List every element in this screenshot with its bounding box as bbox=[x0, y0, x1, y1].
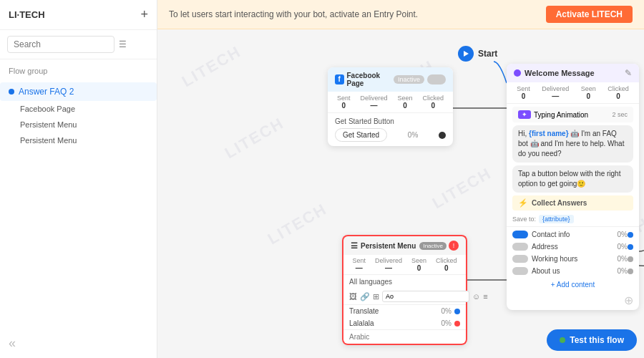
sidebar-item-facebook-page[interactable]: Facebook Page bbox=[0, 101, 157, 117]
pm-title-row: ☰ Persistent Menu bbox=[351, 241, 416, 251]
fb-stat-delivered-label: Delivered bbox=[360, 95, 387, 102]
start-dot-icon bbox=[458, 46, 474, 62]
wm-stat-seen: Seen 0 bbox=[581, 85, 596, 100]
pm-opt-lalalala-right: 0% bbox=[441, 319, 460, 327]
pm-warn-badge: ! bbox=[449, 241, 459, 251]
pm-option-lalalala: Lalalala 0% bbox=[343, 317, 466, 329]
fb-section-label: Get Started Button bbox=[335, 117, 446, 125]
wm-expand-icon: ⊕ bbox=[624, 294, 633, 306]
pm-opt-translate-dot bbox=[454, 309, 460, 314]
sidebar-item-persistent-menu-2[interactable]: Persistent Menu bbox=[0, 132, 157, 148]
fb-stat-delivered: Delivered — bbox=[360, 95, 387, 110]
option-toggle-about[interactable] bbox=[512, 267, 528, 275]
welcome-message-card[interactable]: Welcome Message ✎ Sent 0 Delivered — See… bbox=[507, 64, 639, 310]
option-address: Address 0% bbox=[507, 241, 639, 253]
pm-link-icon[interactable]: 🔗 bbox=[360, 292, 370, 301]
pm-stat-delivered: Delivered — bbox=[375, 257, 402, 272]
add-flow-button[interactable]: + bbox=[140, 7, 148, 22]
option-percent-working: 0% bbox=[618, 255, 628, 263]
fb-card-title: f Facebook Page bbox=[335, 72, 394, 87]
wm-stats-row: Sent 0 Delivered — Seen 0 Clicked 0 bbox=[507, 82, 639, 104]
wm-stat-delivered-val: — bbox=[542, 92, 569, 100]
wm-stat-sent: Sent 0 bbox=[517, 85, 530, 100]
pm-opt-translate-right: 0% bbox=[441, 307, 460, 315]
pm-list-icon: ☰ bbox=[351, 241, 358, 251]
typing-animation-icon: ✦ bbox=[518, 110, 531, 119]
sidebar: LI·TECH + ☰ Flow group Answer FAQ 2 Face… bbox=[0, 0, 157, 358]
option-working-hours: Working hours 0% bbox=[507, 253, 639, 265]
main-canvas: To let users start interacting with your… bbox=[157, 0, 644, 358]
search-input[interactable] bbox=[7, 36, 114, 53]
fb-toggle[interactable] bbox=[427, 74, 446, 84]
active-dot bbox=[9, 89, 14, 95]
pm-arabic-row: Arabic bbox=[343, 329, 466, 344]
pm-badges: Inactive ! bbox=[419, 241, 459, 251]
attribute-tag: {attribute} bbox=[539, 215, 574, 223]
get-started-percent: 0% bbox=[408, 131, 418, 139]
pm-option-translate: Translate 0% bbox=[343, 305, 466, 317]
option-percent-address: 0% bbox=[618, 243, 628, 251]
wm-stat-seen-val: 0 bbox=[581, 92, 596, 100]
collect-answers-row: ⚡ Collect Answers bbox=[512, 195, 633, 211]
pm-emoji-icon[interactable]: ☺ bbox=[472, 292, 480, 301]
typing-animation-time: 2 sec bbox=[612, 111, 628, 118]
option-toggle-address[interactable] bbox=[512, 243, 528, 251]
sidebar-item-persistent-menu-1[interactable]: Persistent Menu bbox=[0, 117, 157, 132]
pm-inactive-badge: Inactive bbox=[419, 242, 447, 250]
fb-stat-seen: Seen 0 bbox=[397, 95, 412, 110]
fb-stats-row: Sent 0 Delivered — Seen 0 Clicked 0 bbox=[328, 92, 453, 113]
wm-edit-icon[interactable]: ✎ bbox=[625, 68, 632, 78]
option-toggle-working[interactable] bbox=[512, 255, 528, 263]
fb-stat-sent-label: Sent bbox=[337, 95, 351, 102]
sidebar-logo: LI·TECH bbox=[9, 9, 45, 20]
banner-text: To let users start interacting with your… bbox=[169, 9, 418, 19]
pm-code-icon[interactable]: ⊞ bbox=[373, 292, 379, 301]
sidebar-item-label: Answer FAQ 2 bbox=[19, 87, 74, 97]
option-percent-about: 0% bbox=[618, 267, 628, 275]
pm-arabic-label: Arabic bbox=[349, 333, 369, 341]
option-percent-contact: 0% bbox=[618, 231, 628, 238]
option-dot-about bbox=[628, 268, 633, 274]
wm-add-content-button[interactable]: + Add content bbox=[507, 277, 639, 292]
entry-point-banner: To let users start interacting with your… bbox=[157, 0, 644, 29]
test-this-flow-button[interactable]: Test this flow bbox=[547, 329, 637, 351]
wm-title-row: Welcome Message bbox=[514, 69, 595, 77]
pm-stat-sent: Sent — bbox=[352, 257, 366, 272]
start-node: Start bbox=[458, 46, 497, 62]
start-label: Start bbox=[478, 49, 497, 59]
pm-stat-seen: Seen 0 bbox=[411, 257, 426, 272]
first-name-var: {first name} bbox=[529, 130, 569, 137]
pm-card-body: Sent — Delivered — Seen 0 Clicked bbox=[342, 255, 467, 345]
pm-opt-translate-percent: 0% bbox=[441, 307, 452, 315]
welcome-message-bubble-1: Hi, {first name} 🤖 I'm an FAQ bot 🤖 and … bbox=[512, 125, 633, 163]
fb-connector-dot bbox=[439, 132, 446, 139]
option-dot-working bbox=[628, 256, 633, 262]
option-toggle-contact[interactable] bbox=[512, 231, 528, 238]
test-flow-label: Test this flow bbox=[570, 335, 624, 345]
app-container: LI·TECH + ☰ Flow group Answer FAQ 2 Face… bbox=[0, 0, 644, 358]
facebook-page-card: f Facebook Page Inactive Sent 0 Delivere… bbox=[328, 67, 453, 146]
test-dot-icon bbox=[560, 337, 565, 343]
pm-text-input[interactable] bbox=[382, 291, 469, 302]
fb-stat-sent: Sent 0 bbox=[337, 95, 351, 110]
activate-button[interactable]: Activate LITECH bbox=[546, 6, 633, 23]
option-label-about: About us bbox=[532, 267, 614, 275]
fb-status: Inactive bbox=[394, 74, 446, 84]
filter-icon[interactable]: ☰ bbox=[119, 39, 127, 49]
persistent-menu-card[interactable]: ☰ Persistent Menu Inactive ! Sent — bbox=[342, 235, 467, 345]
pm-menu-icon[interactable]: ≡ bbox=[483, 292, 487, 301]
fb-stat-sent-val: 0 bbox=[337, 102, 351, 110]
fb-stat-clicked-val: 0 bbox=[422, 102, 444, 110]
option-label-working: Working hours bbox=[532, 255, 614, 263]
pm-img-icon[interactable]: 🖼 bbox=[349, 292, 357, 301]
wm-stat-clicked-val: 0 bbox=[608, 92, 629, 100]
sidebar-item-answer-faq2[interactable]: Answer FAQ 2 bbox=[0, 82, 157, 101]
wm-stat-sent-label: Sent bbox=[517, 85, 530, 92]
wm-stat-clicked: Clicked 0 bbox=[608, 85, 629, 100]
wm-stat-delivered: Delivered — bbox=[542, 85, 569, 100]
fb-stat-clicked: Clicked 0 bbox=[422, 95, 444, 110]
option-label-contact: Contact info bbox=[532, 231, 614, 238]
save-to-row: Save to: {attribute} bbox=[507, 213, 639, 225]
pm-lang-label: All languages bbox=[349, 278, 392, 286]
collapse-sidebar-button[interactable]: « bbox=[0, 329, 157, 358]
